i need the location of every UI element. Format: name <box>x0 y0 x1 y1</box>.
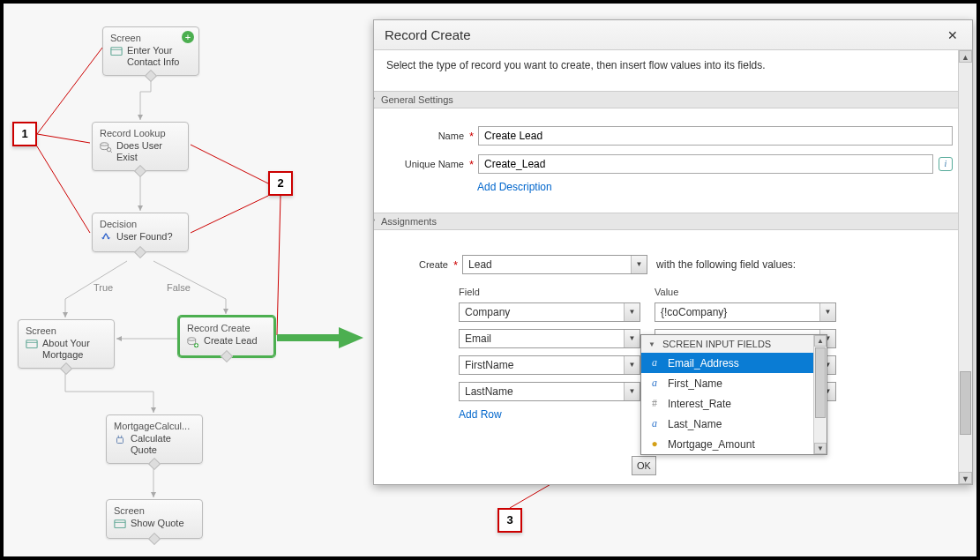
node-title: Create Lead <box>204 335 258 347</box>
required-icon: * <box>453 258 458 272</box>
svg-rect-12 <box>26 340 37 348</box>
col-header-value: Value <box>655 287 843 297</box>
node-type: Screen <box>26 325 107 336</box>
chevron-down-icon: ▼ <box>624 303 640 321</box>
number-type-icon: # <box>648 397 661 410</box>
svg-line-11 <box>110 151 112 153</box>
following-text: with the following field values: <box>656 258 796 271</box>
section-label: Assignments <box>381 216 437 227</box>
currency-type-icon: ● <box>648 437 661 451</box>
collapse-icon: ▼ <box>374 217 377 226</box>
svg-rect-7 <box>111 48 122 56</box>
collapse-icon: ▼ <box>648 340 655 348</box>
edge-label-false: False <box>167 282 191 293</box>
section-label: General Settings <box>381 94 453 105</box>
field-select[interactable]: Email▼ <box>459 329 640 348</box>
name-label: Name <box>386 131 468 141</box>
screen-icon <box>110 46 123 58</box>
node-title: Show Quote <box>131 518 184 529</box>
text-type-icon: a <box>648 356 661 370</box>
flow-canvas: + Screen Enter Your Contact Info Record … <box>4 4 365 556</box>
object-select-value: Lead <box>463 256 631 273</box>
node-type: Decision <box>100 219 181 229</box>
start-badge-icon: + <box>182 31 194 43</box>
value-select[interactable]: {!coCompany}▼ <box>655 302 836 322</box>
field-select[interactable]: FirstName▼ <box>459 355 640 375</box>
create-label: Create <box>386 259 452 270</box>
db-search-icon <box>100 141 112 153</box>
node-title: Does User Exist <box>116 140 181 163</box>
plugin-icon <box>114 434 126 446</box>
required-icon: * <box>469 130 474 143</box>
scroll-down-icon[interactable]: ▼ <box>814 443 827 454</box>
node-record-lookup[interactable]: Record Lookup Does User Exist <box>92 122 189 171</box>
svg-rect-17 <box>115 520 125 528</box>
svg-point-9 <box>101 143 108 146</box>
node-screen-show-quote[interactable]: Screen Show Quote <box>106 499 203 539</box>
node-type: Record Create <box>187 323 266 333</box>
node-type: Screen <box>110 33 191 43</box>
svg-point-14 <box>188 338 196 341</box>
add-row-link[interactable]: Add Row <box>459 408 502 421</box>
node-title: User Found? <box>116 231 173 243</box>
scroll-down-icon[interactable]: ▼ <box>959 472 972 484</box>
svg-point-10 <box>107 147 110 151</box>
dropdown-item[interactable]: ● Mortgage_Amount <box>641 434 827 454</box>
name-input[interactable] <box>478 126 953 146</box>
scroll-up-icon[interactable]: ▲ <box>959 50 972 63</box>
field-select[interactable]: LastName▼ <box>459 382 640 401</box>
object-select[interactable]: Lead ▼ <box>462 255 647 274</box>
ok-button[interactable]: OK <box>632 456 656 475</box>
dropdown-scrollbar[interactable]: ▲ ▼ <box>813 335 827 454</box>
text-type-icon: a <box>648 417 661 430</box>
scroll-thumb[interactable] <box>815 347 826 418</box>
node-title: Enter Your Contact Info <box>127 45 191 68</box>
svg-rect-16 <box>117 437 123 443</box>
scroll-up-icon[interactable]: ▲ <box>814 335 827 347</box>
unique-name-input[interactable] <box>478 154 933 174</box>
required-icon: * <box>469 158 474 171</box>
dropdown-item[interactable]: # Interest_Rate <box>641 393 827 414</box>
node-mortgage-calc[interactable]: MortgageCalcul... Calculate Quote <box>106 414 203 464</box>
scroll-thumb[interactable] <box>960 371 971 435</box>
close-icon[interactable]: ✕ <box>944 28 961 42</box>
highlight-arrow-icon <box>277 325 365 351</box>
dropdown-item-label: Email_Address <box>668 357 739 370</box>
dropdown-item[interactable]: a First_Name <box>641 373 827 393</box>
dropdown-section-header[interactable]: ▼ SCREEN INPUT FIELDS <box>641 335 827 353</box>
node-title: Calculate Quote <box>131 433 195 456</box>
decision-icon <box>100 232 112 244</box>
dropdown-item-label: Last_Name <box>668 418 722 430</box>
dialog-scrollbar[interactable]: ▲ ▼ <box>958 50 972 484</box>
node-type: MortgageCalcul... <box>114 421 195 431</box>
db-add-icon <box>187 336 199 348</box>
screen-icon <box>114 519 126 531</box>
dropdown-item[interactable]: a Email_Address <box>641 353 827 373</box>
section-general-settings[interactable]: ▼ General Settings <box>374 91 972 108</box>
unique-name-label: Unique Name <box>386 159 468 169</box>
collapse-icon: ▼ <box>374 95 377 104</box>
node-title: About Your Mortgage <box>42 338 107 361</box>
dialog-title: Record Create <box>385 27 471 42</box>
field-select[interactable]: Company▼ <box>459 302 640 322</box>
node-screen-mortgage[interactable]: Screen About Your Mortgage <box>18 319 115 369</box>
node-record-create[interactable]: Record Create Create Lead <box>178 316 275 357</box>
section-assignments[interactable]: ▼ Assignments <box>374 213 972 230</box>
node-type: Record Lookup <box>100 128 181 138</box>
node-screen-contact-info[interactable]: + Screen Enter Your Contact Info <box>102 26 199 76</box>
dropdown-item[interactable]: a Last_Name <box>641 414 827 434</box>
dropdown-item-label: First_Name <box>668 377 722 390</box>
callout-3: 3 <box>497 508 522 533</box>
info-icon[interactable]: i <box>939 157 953 171</box>
value-dropdown-popup: ▼ SCREEN INPUT FIELDS a Email_Address a … <box>640 334 827 455</box>
dropdown-item-label: Interest_Rate <box>668 398 731 410</box>
chevron-down-icon: ▼ <box>624 383 640 400</box>
add-description-link[interactable]: Add Description <box>477 181 552 193</box>
dropdown-item-label: Mortgage_Amount <box>668 438 755 451</box>
node-decision[interactable]: Decision User Found? <box>92 213 189 252</box>
chevron-down-icon: ▼ <box>624 356 640 374</box>
callout-2: 2 <box>268 171 293 196</box>
screen-icon <box>26 339 38 351</box>
col-header-field: Field <box>459 287 647 297</box>
edge-label-true: True <box>94 282 113 293</box>
